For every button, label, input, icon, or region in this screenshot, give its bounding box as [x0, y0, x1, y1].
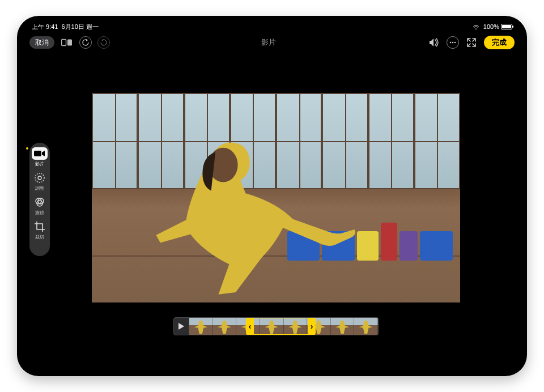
- cancel-button[interactable]: 取消: [29, 36, 54, 49]
- trim-handle-start[interactable]: ‹: [246, 318, 254, 335]
- crop-icon: [32, 220, 48, 233]
- cancel-label: 取消: [35, 38, 49, 48]
- status-bar: 上午 9:41 6月10日 週一 100%: [22, 20, 522, 33]
- svg-rect-0: [62, 40, 66, 46]
- top-toolbar: 取消 影片 完成: [22, 34, 522, 51]
- svg-point-3: [452, 42, 454, 44]
- svg-point-7: [38, 176, 41, 180]
- video-timeline: ‹ ›: [173, 316, 379, 336]
- done-label: 完成: [492, 37, 507, 48]
- sidebar-item-label: 濾鏡: [35, 210, 44, 216]
- aspect-compare-icon[interactable]: [60, 36, 74, 49]
- fullscreen-button[interactable]: [465, 36, 478, 49]
- volume-button[interactable]: [427, 36, 441, 49]
- video-camera-icon: [32, 147, 48, 160]
- person-silhouette-icon: [121, 135, 409, 299]
- wifi-icon: [472, 24, 480, 29]
- svg-point-6: [35, 173, 44, 182]
- timeline-strip[interactable]: ‹ ›: [189, 317, 379, 335]
- svg-rect-1: [67, 40, 72, 46]
- timeline-thumbnail[interactable]: [354, 318, 378, 335]
- svg-rect-5: [34, 151, 41, 156]
- done-button[interactable]: 完成: [484, 36, 515, 49]
- sidebar-item-label: 裁切: [35, 234, 44, 240]
- screen-title: 影片: [261, 37, 276, 48]
- svg-point-2: [450, 42, 452, 44]
- adjust-dial-icon: [32, 172, 48, 184]
- filters-venn-icon: [32, 196, 48, 208]
- ipad-device-frame: 上午 9:41 6月10日 週一 100% 取消: [17, 16, 527, 376]
- trim-handle-end[interactable]: ›: [308, 318, 316, 335]
- more-options-button[interactable]: [447, 36, 459, 49]
- timeline-thumbnail[interactable]: [213, 318, 237, 335]
- chevron-right-icon: ›: [311, 322, 313, 331]
- video-frame-scene: [92, 93, 460, 302]
- screen: 上午 9:41 6月10日 週一 100% 取消: [22, 20, 522, 372]
- svg-point-4: [454, 42, 456, 44]
- video-preview[interactable]: [92, 93, 460, 302]
- status-time: 上午 9:41: [32, 23, 58, 31]
- undo-button[interactable]: [79, 36, 92, 49]
- timeline-thumbnail[interactable]: [284, 318, 308, 335]
- sidebar-item-adjust[interactable]: 調整: [29, 172, 50, 191]
- edit-mode-panel: 影片 調整 濾鏡 裁切: [29, 143, 50, 256]
- sidebar-item-label: 影片: [35, 161, 44, 167]
- battery-indicator: 100%: [483, 23, 512, 30]
- play-button[interactable]: [173, 317, 189, 335]
- sidebar-item-crop[interactable]: 裁切: [29, 220, 50, 240]
- sidebar-item-video[interactable]: 影片: [29, 147, 50, 167]
- redo-button: [97, 36, 110, 49]
- timeline-thumbnail[interactable]: [331, 318, 355, 335]
- timeline-thumbnail[interactable]: [189, 318, 213, 335]
- battery-percent: 100%: [483, 23, 499, 30]
- status-date: 6月10日 週一: [61, 23, 98, 31]
- sidebar-item-filters[interactable]: 濾鏡: [29, 196, 50, 216]
- sidebar-item-label: 調整: [35, 185, 44, 191]
- timeline-thumbnail[interactable]: [260, 318, 284, 335]
- side-active-indicator: [26, 147, 28, 150]
- chevron-left-icon: ‹: [249, 322, 252, 331]
